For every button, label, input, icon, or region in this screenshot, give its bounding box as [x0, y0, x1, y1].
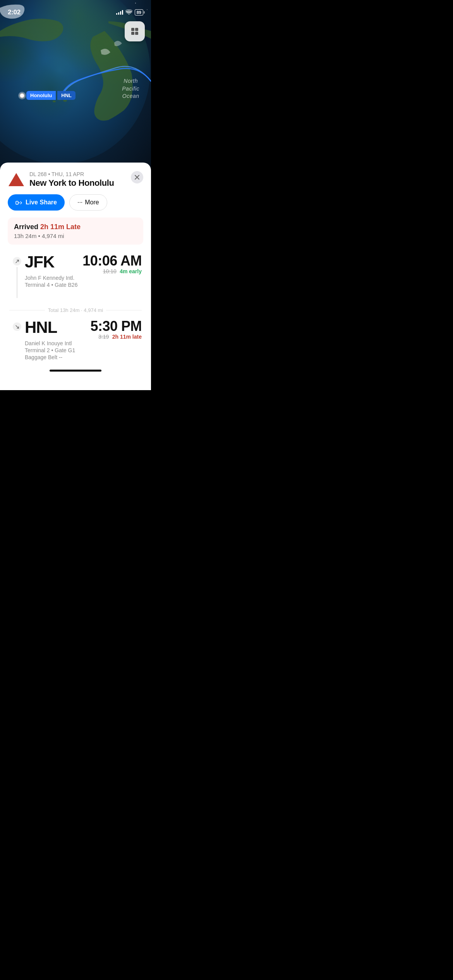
total-duration: Total 13h 24m · 4,974 mi: [9, 301, 142, 319]
arrival-time-status: 3:19 2h 11m late: [90, 333, 142, 340]
arrival-time-block: 5:30 PM 3:19 2h 11m late: [90, 319, 142, 340]
delta-logo: [8, 171, 25, 188]
action-buttons: Live Share ··· More: [8, 194, 143, 211]
arrival-code-row: HNL 5:30 PM 3:19 2h 11m late: [25, 319, 142, 340]
departure-original-time: 10:10: [103, 268, 117, 274]
departure-code: JFK: [25, 254, 54, 270]
svg-rect-16: [131, 32, 134, 35]
departure-airport-name: John F Kennedy Intl.: [25, 275, 142, 281]
departure-details: JFK 10:06 AM 10:10 4m early John F Kenne…: [25, 254, 142, 288]
live-share-button[interactable]: Live Share: [8, 194, 65, 211]
flight-header: DL 268 • THU, 11 APR New York to Honolul…: [8, 171, 143, 188]
status-banner: Arrived 2h 11m Late 13h 24m • 4,974 mi: [8, 218, 143, 245]
departure-arrow: [13, 257, 21, 266]
status-bar: 2:02 89: [0, 0, 151, 19]
svg-rect-17: [135, 32, 138, 35]
departure-code-row: JFK 10:06 AM 10:10 4m early: [25, 254, 142, 275]
arrival-row: HNL 5:30 PM 3:19 2h 11m late Daniel K In…: [9, 319, 142, 362]
departure-time-status: 10:10 4m early: [82, 268, 142, 275]
airports-section: JFK 10:06 AM 10:10 4m early John F Kenne…: [8, 254, 143, 362]
svg-rect-14: [131, 28, 134, 31]
map-toggle-button[interactable]: [125, 21, 145, 41]
baggage-belt: Baggage Belt --: [25, 354, 142, 360]
arrival-details: HNL 5:30 PM 3:19 2h 11m late Daniel K In…: [25, 319, 142, 360]
map-layers-icon: [130, 27, 140, 36]
bottom-sheet: DL 268 • THU, 11 APR New York to Honolul…: [0, 163, 151, 390]
takeoff-icon: [15, 259, 19, 264]
location-code-label: HNL: [57, 91, 76, 100]
departure-time-block: 10:06 AM 10:10 4m early: [82, 254, 142, 275]
arrival-time: 5:30 PM: [90, 319, 142, 333]
map-area: Honolulu HNL NorthPacificOcean: [0, 0, 151, 170]
flight-meta: DL 268 • THU, 11 APR: [29, 171, 114, 177]
flight-route: New York to Honolulu: [29, 178, 114, 188]
signal-icon: [116, 10, 123, 15]
airline-info: DL 268 • THU, 11 APR New York to Honolul…: [8, 171, 114, 188]
home-indicator: [50, 370, 101, 372]
close-button[interactable]: [131, 171, 143, 183]
svg-rect-15: [135, 28, 138, 31]
departure-icon-col: [9, 254, 25, 298]
arrival-arrow: [13, 322, 21, 331]
status-time: 2:02: [8, 9, 21, 16]
connecting-line: [17, 267, 17, 298]
arrival-airport-name: Daniel K Inouye Intl: [25, 340, 142, 346]
svg-point-13: [53, 101, 56, 103]
location-city-label: Honolulu: [26, 91, 56, 100]
departure-terminal: Terminal 4 • Gate B26: [25, 282, 142, 288]
arrival-status: 2h 11m late: [112, 334, 142, 340]
svg-rect-21: [16, 201, 18, 204]
arrival-code: HNL: [25, 319, 57, 336]
wifi-icon: [125, 9, 132, 15]
arrival-terminal: Terminal 2 • Gate G1: [25, 347, 142, 353]
landing-icon: [15, 325, 19, 329]
share-icon: [15, 199, 22, 206]
status-arrived: Arrived 2h 11m Late: [14, 223, 137, 231]
close-icon: [135, 175, 139, 180]
arrival-original-time: 3:19: [98, 334, 109, 340]
svg-line-25: [16, 326, 19, 328]
more-button[interactable]: ··· More: [69, 194, 107, 211]
svg-marker-18: [9, 173, 24, 186]
location-dot: [19, 93, 25, 98]
ocean-label: NorthPacificOcean: [122, 77, 139, 100]
duration-line-right: [106, 310, 142, 310]
status-icons: 89: [116, 9, 143, 15]
duration-line-left: [9, 310, 45, 310]
arrival-icon-col: [9, 319, 25, 331]
departure-time: 10:06 AM: [82, 254, 142, 268]
late-time: 2h 11m Late: [40, 223, 81, 231]
more-dots: ···: [77, 199, 82, 206]
flight-title-block: DL 268 • THU, 11 APR New York to Honolul…: [29, 171, 114, 188]
status-details: 13h 24m • 4,974 mi: [14, 233, 137, 239]
departure-status: 4m early: [120, 268, 142, 274]
svg-line-22: [16, 260, 19, 263]
departure-row: JFK 10:06 AM 10:10 4m early John F Kenne…: [9, 254, 142, 298]
location-label: Honolulu HNL: [19, 91, 76, 100]
battery-icon: 89: [135, 9, 143, 15]
